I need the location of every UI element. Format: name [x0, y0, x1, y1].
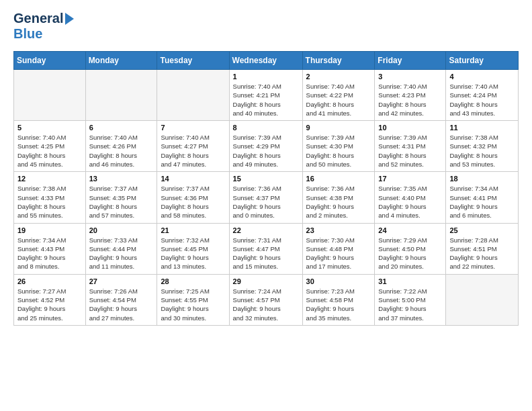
- day-number: 2: [306, 73, 371, 81]
- day-info: Sunrise: 7:37 AM Sunset: 4:36 PM Dayligh…: [161, 184, 225, 220]
- day-number: 30: [306, 277, 371, 285]
- logo-text-general: General: [13, 11, 63, 26]
- calendar-day-cell: 18Sunrise: 7:34 AM Sunset: 4:41 PM Dayli…: [446, 172, 519, 223]
- calendar-day-cell: 28Sunrise: 7:25 AM Sunset: 4:55 PM Dayli…: [157, 274, 229, 325]
- calendar-day-cell: 20Sunrise: 7:33 AM Sunset: 4:44 PM Dayli…: [85, 223, 157, 274]
- day-number: 20: [89, 226, 154, 234]
- day-number: 22: [233, 226, 299, 234]
- day-number: 8: [233, 124, 299, 132]
- calendar-day-cell: [14, 70, 86, 121]
- calendar-day-cell: 2Sunrise: 7:40 AM Sunset: 4:22 PM Daylig…: [302, 70, 375, 121]
- calendar-day-cell: 26Sunrise: 7:27 AM Sunset: 4:52 PM Dayli…: [14, 274, 86, 325]
- calendar-day-cell: 29Sunrise: 7:24 AM Sunset: 4:57 PM Dayli…: [229, 274, 302, 325]
- calendar-week-row: 12Sunrise: 7:38 AM Sunset: 4:33 PM Dayli…: [14, 172, 519, 223]
- calendar-day-cell: 13Sunrise: 7:37 AM Sunset: 4:35 PM Dayli…: [85, 172, 157, 223]
- day-number: 4: [449, 73, 515, 81]
- calendar-day-cell: 10Sunrise: 7:39 AM Sunset: 4:31 PM Dayli…: [375, 121, 446, 172]
- day-info: Sunrise: 7:40 AM Sunset: 4:24 PM Dayligh…: [449, 82, 515, 118]
- day-number: 7: [161, 124, 225, 132]
- day-info: Sunrise: 7:27 AM Sunset: 4:52 PM Dayligh…: [17, 287, 82, 322]
- calendar-day-cell: 8Sunrise: 7:39 AM Sunset: 4:29 PM Daylig…: [229, 121, 302, 172]
- calendar-day-cell: 7Sunrise: 7:40 AM Sunset: 4:27 PM Daylig…: [157, 121, 229, 172]
- weekday-header: Sunday: [14, 52, 86, 70]
- day-info: Sunrise: 7:26 AM Sunset: 4:54 PM Dayligh…: [89, 287, 154, 322]
- day-info: Sunrise: 7:22 AM Sunset: 5:00 PM Dayligh…: [378, 287, 442, 322]
- calendar-day-cell: 4Sunrise: 7:40 AM Sunset: 4:24 PM Daylig…: [446, 70, 519, 121]
- day-info: Sunrise: 7:32 AM Sunset: 4:45 PM Dayligh…: [161, 236, 225, 271]
- weekday-header: Tuesday: [157, 52, 229, 70]
- logo: General Blue: [13, 11, 74, 42]
- day-number: 31: [378, 277, 442, 285]
- day-info: Sunrise: 7:34 AM Sunset: 4:43 PM Dayligh…: [17, 236, 82, 271]
- day-info: Sunrise: 7:25 AM Sunset: 4:55 PM Dayligh…: [161, 287, 225, 322]
- page-header: General Blue: [13, 11, 519, 42]
- day-number: 15: [233, 175, 299, 183]
- day-number: 9: [306, 124, 371, 132]
- calendar-day-cell: 21Sunrise: 7:32 AM Sunset: 4:45 PM Dayli…: [157, 223, 229, 274]
- day-info: Sunrise: 7:36 AM Sunset: 4:37 PM Dayligh…: [233, 184, 299, 220]
- logo-icon: [65, 13, 74, 25]
- day-number: 27: [89, 277, 154, 285]
- calendar-day-cell: 9Sunrise: 7:39 AM Sunset: 4:30 PM Daylig…: [302, 121, 375, 172]
- day-info: Sunrise: 7:38 AM Sunset: 4:33 PM Dayligh…: [17, 184, 82, 220]
- day-info: Sunrise: 7:30 AM Sunset: 4:48 PM Dayligh…: [306, 236, 371, 271]
- day-info: Sunrise: 7:24 AM Sunset: 4:57 PM Dayligh…: [233, 287, 299, 322]
- day-number: 14: [161, 175, 225, 183]
- calendar-week-row: 1Sunrise: 7:40 AM Sunset: 4:21 PM Daylig…: [14, 70, 519, 121]
- calendar-day-cell: [85, 70, 157, 121]
- calendar-day-cell: 16Sunrise: 7:36 AM Sunset: 4:38 PM Dayli…: [302, 172, 375, 223]
- calendar-day-cell: [157, 70, 229, 121]
- day-number: 29: [233, 277, 299, 285]
- calendar-day-cell: 25Sunrise: 7:28 AM Sunset: 4:51 PM Dayli…: [446, 223, 519, 274]
- day-info: Sunrise: 7:36 AM Sunset: 4:38 PM Dayligh…: [306, 184, 371, 220]
- calendar-day-cell: 1Sunrise: 7:40 AM Sunset: 4:21 PM Daylig…: [229, 70, 302, 121]
- day-info: Sunrise: 7:35 AM Sunset: 4:40 PM Dayligh…: [378, 184, 442, 220]
- calendar-day-cell: 24Sunrise: 7:29 AM Sunset: 4:50 PM Dayli…: [375, 223, 446, 274]
- day-info: Sunrise: 7:40 AM Sunset: 4:22 PM Dayligh…: [306, 82, 371, 118]
- day-number: 5: [17, 124, 82, 132]
- day-info: Sunrise: 7:34 AM Sunset: 4:41 PM Dayligh…: [449, 184, 515, 220]
- calendar-day-cell: 3Sunrise: 7:40 AM Sunset: 4:23 PM Daylig…: [375, 70, 446, 121]
- day-number: 21: [161, 226, 225, 234]
- calendar-week-row: 5Sunrise: 7:40 AM Sunset: 4:25 PM Daylig…: [14, 121, 519, 172]
- day-number: 23: [306, 226, 371, 234]
- weekday-header: Friday: [375, 52, 446, 70]
- day-number: 25: [449, 226, 515, 234]
- day-info: Sunrise: 7:39 AM Sunset: 4:30 PM Dayligh…: [306, 133, 371, 169]
- day-number: 28: [161, 277, 225, 285]
- calendar-day-cell: 5Sunrise: 7:40 AM Sunset: 4:25 PM Daylig…: [14, 121, 86, 172]
- page-container: General Blue SundayMondayTuesdayWednesda…: [0, 0, 532, 336]
- calendar-day-cell: 12Sunrise: 7:38 AM Sunset: 4:33 PM Dayli…: [14, 172, 86, 223]
- day-info: Sunrise: 7:37 AM Sunset: 4:35 PM Dayligh…: [89, 184, 154, 220]
- calendar-day-cell: 6Sunrise: 7:40 AM Sunset: 4:26 PM Daylig…: [85, 121, 157, 172]
- day-number: 6: [89, 124, 154, 132]
- day-number: 18: [449, 175, 515, 183]
- day-number: 1: [233, 73, 299, 81]
- calendar-header-row: SundayMondayTuesdayWednesdayThursdayFrid…: [14, 52, 519, 70]
- day-number: 10: [378, 124, 442, 132]
- calendar-day-cell: 27Sunrise: 7:26 AM Sunset: 4:54 PM Dayli…: [85, 274, 157, 325]
- calendar-day-cell: 15Sunrise: 7:36 AM Sunset: 4:37 PM Dayli…: [229, 172, 302, 223]
- day-info: Sunrise: 7:40 AM Sunset: 4:26 PM Dayligh…: [89, 133, 154, 169]
- day-info: Sunrise: 7:29 AM Sunset: 4:50 PM Dayligh…: [378, 236, 442, 271]
- calendar-day-cell: [446, 274, 519, 325]
- calendar-week-row: 26Sunrise: 7:27 AM Sunset: 4:52 PM Dayli…: [14, 274, 519, 325]
- weekday-header: Monday: [85, 52, 157, 70]
- calendar-day-cell: 30Sunrise: 7:23 AM Sunset: 4:58 PM Dayli…: [302, 274, 375, 325]
- calendar-week-row: 19Sunrise: 7:34 AM Sunset: 4:43 PM Dayli…: [14, 223, 519, 274]
- calendar-table: SundayMondayTuesdayWednesdayThursdayFrid…: [13, 51, 519, 326]
- day-info: Sunrise: 7:33 AM Sunset: 4:44 PM Dayligh…: [89, 236, 154, 271]
- calendar-day-cell: 17Sunrise: 7:35 AM Sunset: 4:40 PM Dayli…: [375, 172, 446, 223]
- logo-text-blue: Blue: [13, 26, 42, 42]
- day-info: Sunrise: 7:39 AM Sunset: 4:31 PM Dayligh…: [378, 133, 442, 169]
- day-info: Sunrise: 7:28 AM Sunset: 4:51 PM Dayligh…: [449, 236, 515, 271]
- day-info: Sunrise: 7:40 AM Sunset: 4:23 PM Dayligh…: [378, 82, 442, 118]
- calendar-day-cell: 31Sunrise: 7:22 AM Sunset: 5:00 PM Dayli…: [375, 274, 446, 325]
- day-info: Sunrise: 7:39 AM Sunset: 4:29 PM Dayligh…: [233, 133, 299, 169]
- day-info: Sunrise: 7:23 AM Sunset: 4:58 PM Dayligh…: [306, 287, 371, 322]
- day-info: Sunrise: 7:40 AM Sunset: 4:27 PM Dayligh…: [161, 133, 225, 169]
- day-number: 12: [17, 175, 82, 183]
- calendar-day-cell: 14Sunrise: 7:37 AM Sunset: 4:36 PM Dayli…: [157, 172, 229, 223]
- calendar-day-cell: 19Sunrise: 7:34 AM Sunset: 4:43 PM Dayli…: [14, 223, 86, 274]
- calendar-day-cell: 11Sunrise: 7:38 AM Sunset: 4:32 PM Dayli…: [446, 121, 519, 172]
